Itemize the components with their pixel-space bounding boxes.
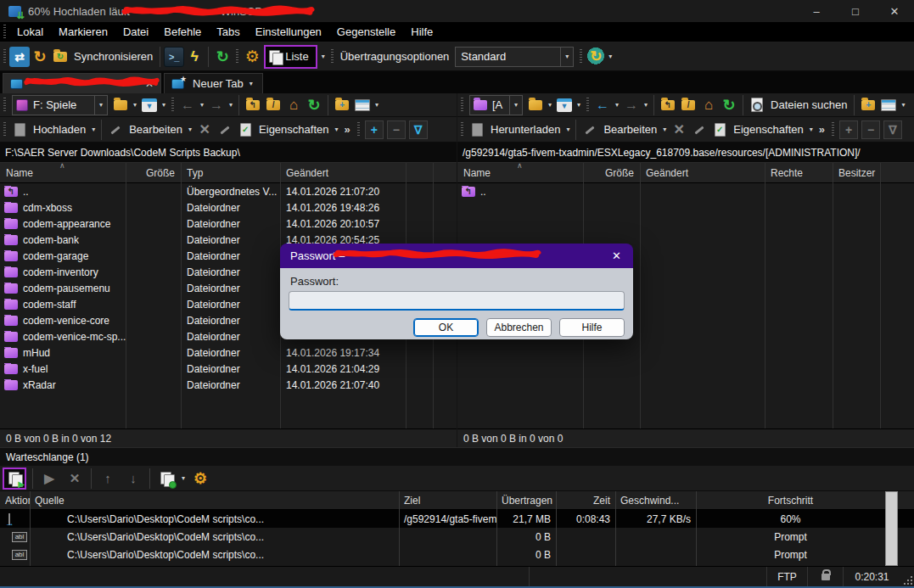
transfer-settings-globe-icon[interactable]: ↻ <box>586 47 606 67</box>
refresh-panel-icon[interactable]: ↻ <box>304 95 324 115</box>
queue-move-down-icon[interactable]: ↓ <box>122 468 144 489</box>
menu-item-markieren[interactable]: Markieren <box>51 25 115 38</box>
select-filter-button[interactable]: ∇ <box>409 120 428 139</box>
column-divider[interactable] <box>126 163 126 428</box>
upload-button[interactable]: Hochladen <box>30 123 89 136</box>
chevron-down-icon[interactable]: ▾ <box>575 101 583 109</box>
file-row[interactable]: cdm-xbossDateiordner14.01.2026 19:48:26 <box>0 199 457 216</box>
preferences-gear-icon[interactable]: ⚙ <box>242 47 262 67</box>
cancel-button[interactable]: Abbrechen <box>486 318 552 337</box>
overflow-chevron-icon[interactable]: » <box>816 123 828 136</box>
toolbar-grip[interactable] <box>236 49 238 64</box>
find-files-icon[interactable] <box>747 95 767 115</box>
synchronize-button[interactable]: Synchronisieren <box>70 50 156 63</box>
queue-column-header[interactable]: Quelle <box>30 495 399 507</box>
column-divider[interactable] <box>833 163 833 428</box>
menu-item-befehle[interactable]: Befehle <box>156 25 209 38</box>
queue-column-header[interactable]: Fortschritt <box>696 495 885 507</box>
password-input[interactable] <box>289 291 625 311</box>
toolbar-grip[interactable] <box>461 122 463 137</box>
parent-directory-icon[interactable]: ↰ <box>658 95 678 115</box>
column-divider[interactable] <box>640 163 641 428</box>
chevron-down-icon[interactable]: ▾ <box>613 101 621 109</box>
chevron-down-icon[interactable]: ▾ <box>660 126 669 133</box>
right-path-bar[interactable]: /g592914/gta5-fivem-txadmin/ESXLegacy_61… <box>457 143 914 163</box>
toolbar-grip[interactable] <box>3 25 6 40</box>
panel-view-icon[interactable] <box>878 95 899 115</box>
select-add-button[interactable]: + <box>839 120 858 139</box>
chevron-down-icon[interactable]: ▾ <box>373 101 381 109</box>
toolbar-grip[interactable] <box>3 122 6 137</box>
left-drive-combo[interactable]: F: Spiele ▾ <box>12 95 108 115</box>
rename-icon[interactable] <box>215 120 235 140</box>
queue-idle-action-icon[interactable] <box>155 468 177 489</box>
queue-move-up-icon[interactable]: ↑ <box>97 468 119 489</box>
menu-item-gegenstelle[interactable]: Gegenstelle <box>329 25 403 38</box>
menu-item-tabs[interactable]: Tabs <box>209 25 247 38</box>
overflow-chevron-icon[interactable]: » <box>341 123 354 136</box>
chevron-down-icon[interactable]: ▾ <box>564 126 572 133</box>
dialog-close-icon[interactable]: ✕ <box>600 249 633 262</box>
toolbar-grip[interactable] <box>586 98 589 113</box>
maximize-button[interactable]: □ <box>836 0 875 22</box>
column-header-besitzer[interactable]: Besitzer <box>833 167 880 179</box>
view-liste-button[interactable]: Liste <box>264 45 317 69</box>
queue-scrollbar[interactable] <box>885 491 898 566</box>
file-row[interactable]: xRadarDateiordner14.01.2026 21:07:40 <box>0 377 457 393</box>
lock-indicator[interactable] <box>807 567 843 586</box>
queue-resume-icon[interactable]: ▶ <box>38 468 60 489</box>
file-row[interactable]: x-fuelDateiordner14.01.2026 21:04:29 <box>0 361 457 377</box>
ok-button[interactable]: OK <box>413 318 479 337</box>
column-divider[interactable] <box>880 163 881 428</box>
queue-column-header[interactable]: Aktion <box>0 495 30 507</box>
home-directory-icon[interactable]: ⌂ <box>698 95 719 115</box>
column-header-typ[interactable]: Typ <box>181 167 280 179</box>
find-files-button[interactable]: Dateien suchen <box>767 98 850 111</box>
column-divider[interactable] <box>615 491 616 566</box>
queue-row[interactable]: ablC:\Users\Dario\Desktop\CodeM scripts\… <box>0 528 914 546</box>
chevron-down-icon[interactable]: ▾ <box>899 101 907 109</box>
column-header-größe[interactable]: Größe <box>583 167 640 179</box>
properties-button[interactable]: Eigenschaften <box>255 123 332 136</box>
home-directory-icon[interactable]: ⌂ <box>283 95 304 115</box>
toolbar-grip[interactable] <box>171 98 174 113</box>
menu-item-hilfe[interactable]: Hilfe <box>403 25 440 38</box>
queue-row[interactable]: ablC:\Users\Dario\Desktop\CodeM scripts\… <box>0 546 914 563</box>
toolbar-grip[interactable] <box>331 49 334 64</box>
column-divider[interactable] <box>30 491 31 566</box>
toolbar-grip[interactable] <box>580 49 582 64</box>
file-row[interactable]: ↰..Übergeordnetes V...14.01.2026 21:07:2… <box>0 183 457 199</box>
queue-column-header[interactable]: Ziel <box>399 495 496 507</box>
queue-delete-icon[interactable]: ✕ <box>64 468 86 489</box>
left-path-bar[interactable]: F:\SAER Server Downloads\CodeM Scripts B… <box>0 143 457 163</box>
chevron-down-icon[interactable]: ▾ <box>198 101 206 109</box>
forward-icon[interactable]: → <box>621 95 642 115</box>
open-directory-icon[interactable] <box>525 95 546 115</box>
toolbar-grip[interactable] <box>461 98 463 113</box>
select-filter-button[interactable]: ∇ <box>883 120 902 139</box>
column-header-geändert[interactable]: Geändert <box>280 167 406 179</box>
root-directory-icon[interactable]: / <box>263 95 283 115</box>
chevron-down-icon[interactable]: ▾ <box>642 101 650 109</box>
queue-title-bar[interactable]: Warteschlange (1) <box>0 447 914 466</box>
refresh-icon[interactable]: ↻ <box>212 47 233 67</box>
new-tab-button[interactable]: Neuer Tab ▾ <box>164 73 263 93</box>
toolbar-grip[interactable] <box>3 98 6 113</box>
column-divider[interactable] <box>399 491 400 566</box>
download-button[interactable]: Herunterladen <box>487 123 564 136</box>
queue-show-button[interactable] <box>3 468 26 490</box>
chevron-down-icon[interactable]: ▾ <box>179 474 188 482</box>
queue-column-header[interactable]: Geschwind... <box>615 495 696 507</box>
filter-icon[interactable] <box>139 95 160 115</box>
delete-icon[interactable]: ✕ <box>194 120 215 140</box>
chevron-down-icon[interactable]: ▾ <box>227 101 235 109</box>
chevron-down-icon[interactable]: ▾ <box>807 126 816 133</box>
back-icon[interactable]: ← <box>592 95 613 115</box>
filter-icon[interactable] <box>554 95 575 115</box>
transfer-preset-combo[interactable]: Standard ▾ <box>455 47 574 67</box>
swap-panels-icon[interactable]: ⇄ <box>9 47 30 67</box>
chevron-down-icon[interactable]: ▾ <box>89 126 98 133</box>
chevron-down-icon[interactable]: ▾ <box>546 101 554 109</box>
toolbar-grip[interactable] <box>3 49 6 64</box>
queue-column-header[interactable]: Zeit <box>556 495 615 507</box>
